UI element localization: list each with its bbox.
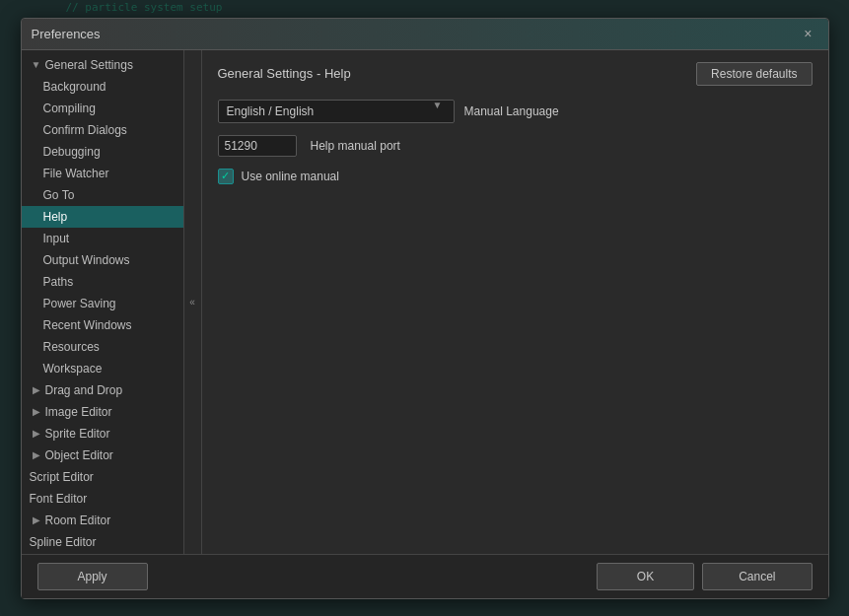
sidebar-item-input[interactable]: Input [22, 228, 183, 249]
sidebar-item-label: Image Editor [45, 405, 112, 419]
port-row: Help manual port [218, 135, 813, 157]
sidebar-item-font-editor[interactable]: Font Editor [22, 488, 183, 510]
sidebar-item-label: Confirm Dialogs [43, 123, 127, 137]
sidebar-item-label: Recent Windows [43, 318, 132, 332]
dialog-body: ▼ General Settings Background Compiling … [22, 50, 828, 554]
sidebar-item-label: Output Windows [43, 253, 130, 267]
sidebar-item-label: Go To [43, 188, 75, 202]
sidebar-item-resources[interactable]: Resources [22, 336, 183, 358]
footer-right-buttons: OK Cancel [597, 563, 813, 590]
sidebar-item-help[interactable]: Help [22, 206, 183, 228]
sidebar-item-label: Object Editor [45, 448, 113, 462]
sidebar-item-object-editor[interactable]: ▶ Object Editor [22, 445, 183, 466]
sidebar-item-debugging[interactable]: Debugging [22, 141, 183, 163]
dialog-title: Preferences [32, 27, 101, 41]
expand-icon: ▶ [30, 513, 43, 527]
expand-icon: ▼ [30, 58, 43, 72]
online-manual-checkbox[interactable]: ✓ [218, 169, 234, 184]
sidebar-item-script-editor[interactable]: Script Editor [22, 466, 183, 488]
sidebar-item-label: Power Saving [43, 297, 116, 310]
online-manual-label: Use online manual [242, 170, 339, 183]
sidebar-item-label: Font Editor [30, 492, 88, 506]
cancel-button[interactable]: Cancel [702, 563, 812, 590]
main-content: General Settings - Help Restore defaults… [202, 50, 828, 554]
sidebar-item-label: Script Editor [30, 470, 94, 484]
sidebar: ▼ General Settings Background Compiling … [22, 50, 184, 554]
port-input[interactable] [218, 135, 297, 157]
sidebar-item-label: Background [43, 80, 106, 94]
expand-icon: ▶ [30, 427, 43, 441]
sidebar-item-go-to[interactable]: Go To [22, 184, 183, 206]
sidebar-item-label: Resources [43, 340, 100, 354]
sidebar-item-confirm-dialogs[interactable]: Confirm Dialogs [22, 119, 183, 141]
sidebar-item-drag-and-drop[interactable]: ▶ Drag and Drop [22, 379, 183, 401]
collapse-sidebar-button[interactable]: « [184, 50, 202, 554]
sidebar-item-label: Spline Editor [30, 535, 97, 549]
sidebar-item-file-watcher[interactable]: File Watcher [22, 163, 183, 184]
dialog-overlay: Preferences × ▼ General Settings Backgro… [21, 18, 829, 599]
sidebar-item-label: Debugging [43, 145, 101, 159]
online-manual-row: ✓ Use online manual [218, 169, 813, 184]
sidebar-item-output-windows[interactable]: Output Windows [22, 249, 183, 271]
restore-defaults-button[interactable]: Restore defaults [696, 62, 812, 86]
sidebar-item-label: Input [43, 232, 70, 245]
sidebar-item-spline-editor[interactable]: Spline Editor [22, 531, 183, 553]
sidebar-item-label: Sprite Editor [45, 427, 110, 441]
apply-button[interactable]: Apply [37, 563, 148, 590]
expand-icon: ▶ [30, 383, 43, 397]
sidebar-item-label: Compiling [43, 102, 96, 115]
sidebar-item-room-editor[interactable]: ▶ Room Editor [22, 510, 183, 531]
dialog-footer: Apply OK Cancel [22, 554, 828, 598]
language-select[interactable]: English / English [218, 100, 455, 123]
close-button[interactable]: × [798, 24, 817, 43]
checkbox-check-icon: ✓ [221, 170, 230, 182]
expand-icon: ▶ [30, 448, 43, 462]
sidebar-item-label: File Watcher [43, 167, 109, 180]
sidebar-item-label: Help [43, 210, 68, 224]
sidebar-item-recent-windows[interactable]: Recent Windows [22, 314, 183, 336]
ok-button[interactable]: OK [597, 563, 694, 590]
expand-icon: ▶ [30, 405, 43, 419]
sidebar-item-sprite-editor[interactable]: ▶ Sprite Editor [22, 423, 183, 445]
preferences-dialog: Preferences × ▼ General Settings Backgro… [21, 18, 829, 599]
language-select-row: English / English ▼ Manual Language [218, 100, 813, 123]
sidebar-item-general-settings[interactable]: ▼ General Settings [22, 54, 183, 76]
language-label: Manual Language [464, 104, 559, 118]
sidebar-item-power-saving[interactable]: Power Saving [22, 293, 183, 314]
sidebar-item-background[interactable]: Background [22, 76, 183, 98]
content-title: General Settings - Help [218, 66, 351, 81]
sidebar-item-label: Workspace [43, 362, 103, 376]
sidebar-item-label: Drag and Drop [45, 383, 123, 397]
sidebar-item-label: Room Editor [45, 513, 111, 527]
sidebar-item-image-editor[interactable]: ▶ Image Editor [22, 401, 183, 423]
sidebar-item-paths[interactable]: Paths [22, 271, 183, 293]
port-label: Help manual port [311, 139, 400, 153]
sidebar-item-label: General Settings [45, 58, 133, 72]
sidebar-item-label: Paths [43, 275, 74, 289]
sidebar-item-compiling[interactable]: Compiling [22, 98, 183, 119]
content-header: General Settings - Help Restore defaults [218, 62, 813, 86]
sidebar-item-workspace[interactable]: Workspace [22, 358, 183, 379]
dialog-titlebar: Preferences × [22, 19, 828, 50]
